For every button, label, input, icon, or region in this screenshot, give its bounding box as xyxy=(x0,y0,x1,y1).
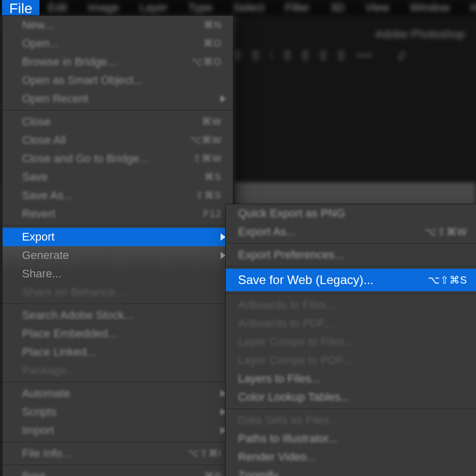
file-item-share[interactable]: Share... xyxy=(3,265,233,283)
menu-item-label: Import xyxy=(22,423,54,438)
file-item-import[interactable]: Import xyxy=(3,421,233,440)
export-item-artboards-to-pdf: Artboards to PDF... xyxy=(226,314,476,333)
file-item-browse-in-bridge[interactable]: Browse in Bridge...⌥⌘O xyxy=(3,53,233,71)
submenu-arrow-icon xyxy=(221,95,226,102)
export-item-export-as[interactable]: Export As...⌥⇧⌘W xyxy=(226,223,476,241)
file-item-close[interactable]: Close⌘W xyxy=(3,113,233,131)
menu-shortcut: F12 xyxy=(203,207,222,221)
file-item-new[interactable]: New...⌘N xyxy=(3,16,233,34)
menu-item-label: File Info... xyxy=(22,446,72,461)
menu-item-label: Save xyxy=(22,170,48,184)
menu-item-label: Share... xyxy=(22,267,61,281)
menu-item-label: Open... xyxy=(22,36,59,51)
menu-item-label: Zoomify... xyxy=(238,468,287,476)
menu-item-label: Artboards to PDF... xyxy=(238,316,333,331)
menu-item-label: New... xyxy=(22,18,53,32)
export-item-artboards-to-files: Artboards to Files... xyxy=(226,296,476,314)
file-item-open-recent[interactable]: Open Recent xyxy=(3,90,233,108)
menu-edit[interactable]: Edit xyxy=(44,0,71,15)
file-item-revert[interactable]: RevertF12 xyxy=(3,205,233,223)
menu-item-label: Close xyxy=(22,115,51,129)
menu-image[interactable]: Image xyxy=(83,0,123,15)
menu-item-label: Package... xyxy=(22,363,75,378)
menubar: File Edit Image Layer Type Select Filter… xyxy=(0,0,476,15)
file-item-close-and-go-to-bridge[interactable]: Close and Go to Bridge...⇧⌘W xyxy=(3,149,233,168)
export-item-zoomify[interactable]: Zoomify... xyxy=(226,466,476,476)
file-dropdown: New...⌘NOpen...⌘OBrowse in Bridge...⌥⌘OO… xyxy=(2,15,233,476)
file-item-share-on-behance: Share on Behance... xyxy=(3,283,233,301)
export-item-render-video[interactable]: Render Video... xyxy=(226,448,476,466)
export-item-paths-to-illustrator[interactable]: Paths to Illustrator... xyxy=(226,429,476,448)
menu-separator xyxy=(226,408,476,409)
export-item-color-lookup-tables[interactable]: Color Lookup Tables... xyxy=(226,388,476,406)
export-submenu: Quick Export as PNGExport As...⌥⇧⌘WExpor… xyxy=(225,204,476,476)
options-bar: ••• xyxy=(235,46,404,64)
menu-item-label: Render Video... xyxy=(238,450,316,464)
menu-help[interactable]: Help xyxy=(466,0,476,15)
menu-shortcut: ⇧⌘W xyxy=(193,152,222,166)
file-item-automate[interactable]: Automate xyxy=(3,384,233,403)
menu-item-label: Browse in Bridge... xyxy=(22,55,117,69)
menu-shortcut: ⌘N xyxy=(204,18,222,32)
menu-item-label: Close and Go to Bridge... xyxy=(22,152,148,166)
file-item-scripts[interactable]: Scripts xyxy=(3,403,233,421)
menu-filter[interactable]: Filter xyxy=(280,0,314,15)
menu-item-label: Generate xyxy=(22,248,69,263)
menu-item-label: Export Preferences... xyxy=(238,248,344,262)
menu-separator xyxy=(226,243,476,244)
export-item-quick-export-as-png[interactable]: Quick Export as PNG xyxy=(226,204,476,223)
file-item-save[interactable]: Save⌘S xyxy=(3,168,233,186)
menu-separator xyxy=(226,266,476,267)
menu-shortcut: ⌘P xyxy=(204,469,222,476)
menu-shortcut: ⌥⇧⌘I xyxy=(188,446,222,461)
file-item-close-all[interactable]: Close All⌥⌘W xyxy=(3,131,233,149)
file-item-place-embedded[interactable]: Place Embedded... xyxy=(3,324,233,343)
menu-item-label: Scripts xyxy=(22,405,56,419)
file-item-open-as-smart-object[interactable]: Open as Smart Object... xyxy=(3,71,233,90)
align-icon xyxy=(321,51,326,60)
app-name: Adobe Photoshop xyxy=(375,28,465,41)
menu-select[interactable]: Select xyxy=(229,0,268,15)
align-icon xyxy=(339,51,343,60)
menu-item-label: Place Linked... xyxy=(22,345,96,359)
menu-item-label: Color Lookup Tables... xyxy=(238,390,350,404)
menu-item-label: Place Embedded... xyxy=(22,327,117,341)
export-item-layer-comps-to-pdf: Layer Comps to PDF... xyxy=(226,351,476,370)
file-item-print[interactable]: Print...⌘P xyxy=(3,467,233,476)
file-item-open[interactable]: Open...⌘O xyxy=(3,34,233,53)
file-item-place-linked[interactable]: Place Linked... xyxy=(3,343,233,361)
align-icon xyxy=(235,51,240,60)
file-item-file-info[interactable]: File Info...⌥⇧⌘I xyxy=(3,444,233,463)
menu-shortcut: ⌘S xyxy=(204,170,222,184)
menu-separator xyxy=(3,304,233,304)
align-icon xyxy=(253,51,258,60)
export-item-export-preferences[interactable]: Export Preferences... xyxy=(226,246,476,264)
menu-item-label: Quick Export as PNG xyxy=(238,206,345,221)
menu-item-label: Share on Behance... xyxy=(22,285,125,299)
menu-item-label: Export As... xyxy=(238,225,296,239)
menu-layer[interactable]: Layer xyxy=(136,0,172,15)
menu-3d[interactable]: 3D xyxy=(326,0,349,15)
menu-view[interactable]: View xyxy=(361,0,393,15)
divider-icon xyxy=(271,50,272,61)
menu-item-label: Revert xyxy=(22,207,55,221)
export-item-save-for-web-legacy[interactable]: Save for Web (Legacy)...⌥⇧⌘S xyxy=(226,269,476,291)
align-icon xyxy=(303,51,308,60)
menu-item-label: Open as Smart Object... xyxy=(22,73,143,88)
file-item-search-adobe-stock[interactable]: Search Adobe Stock... xyxy=(3,306,233,324)
menu-item-label: Export xyxy=(22,230,55,244)
menu-item-label: Artboards to Files... xyxy=(238,298,336,312)
menu-shortcut: ⌥⌘W xyxy=(190,133,222,147)
export-item-layers-to-files[interactable]: Layers to Files... xyxy=(226,370,476,388)
menu-item-label: Data Sets as Files... xyxy=(238,413,339,427)
menu-shortcut: ⌥⇧⌘W xyxy=(425,225,467,239)
file-item-generate[interactable]: Generate xyxy=(3,246,233,265)
menu-item-label: Layers to Files... xyxy=(238,372,320,386)
menu-item-label: Layer Comps to PDF... xyxy=(238,353,351,367)
menu-window[interactable]: Window xyxy=(406,0,454,15)
menu-item-label: Print... xyxy=(22,469,55,476)
file-item-export[interactable]: Export xyxy=(3,228,233,246)
menu-type[interactable]: Type xyxy=(184,0,217,15)
menu-shortcut: ⌘O xyxy=(203,36,222,51)
file-item-save-as[interactable]: Save As...⇧⌘S xyxy=(3,186,233,205)
